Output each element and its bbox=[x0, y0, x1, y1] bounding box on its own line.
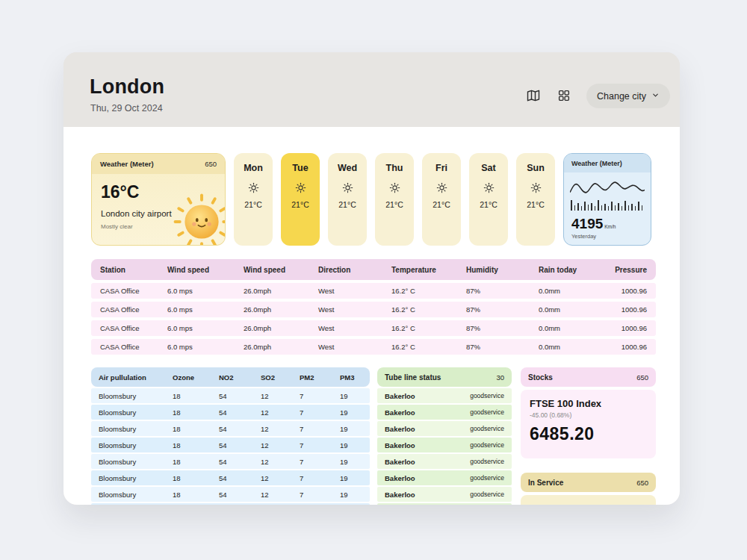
forecast-day-sun[interactable]: Sun21°C bbox=[516, 153, 555, 246]
tick-mark bbox=[628, 205, 630, 211]
station-col-header: Humidity bbox=[466, 266, 539, 274]
card-header: London Thu, 29 Oct 2024 bbox=[63, 52, 680, 127]
air-row: Bloomsbury185412719 bbox=[91, 503, 370, 505]
tube-row: Bakerloogoodservice bbox=[377, 421, 512, 436]
tube-line-name: Bakerloo bbox=[385, 491, 415, 499]
station-col-header: Station bbox=[100, 266, 167, 274]
tube-line-status: goodservice bbox=[470, 441, 504, 449]
tick-mark bbox=[571, 200, 572, 211]
tube-row: Bakerloogoodservice bbox=[377, 405, 512, 420]
station-row: CASA Office6.0 mps26.0mphWest16.2° C87%0… bbox=[91, 339, 656, 355]
station-row: CASA Office6.0 mps26.0mphWest16.2° C87%0… bbox=[91, 283, 656, 299]
tube-line-name: Bakerloo bbox=[385, 441, 415, 449]
day-name: Fri bbox=[436, 163, 447, 173]
station-cell: 6.0 mps bbox=[167, 287, 244, 295]
air-row: Bloomsbury185412719 bbox=[91, 388, 370, 403]
air-row: Bloomsbury185412719 bbox=[91, 454, 370, 469]
air-cell: 18 bbox=[173, 458, 219, 466]
station-cell: 87% bbox=[466, 343, 539, 351]
station-location: London city airport bbox=[101, 209, 172, 218]
forecast-day-tue[interactable]: Tue21°C bbox=[281, 153, 320, 246]
air-pollution-body: Bloomsbury185412719Bloomsbury185412719Bl… bbox=[91, 388, 370, 505]
air-cell: 54 bbox=[219, 491, 261, 499]
tick-mark bbox=[595, 206, 596, 211]
tick-mark bbox=[604, 204, 606, 211]
in-service-badge: 650 bbox=[636, 479, 648, 487]
current-temperature: 16°C bbox=[101, 182, 139, 202]
station-cell: 16.2° C bbox=[391, 305, 466, 314]
wind-meter-title: Weather (Meter) bbox=[571, 160, 622, 167]
stocks-panel: Stocks 650 FTSE 100 Index -45.00 (0.68%)… bbox=[521, 367, 656, 458]
air-cell: 7 bbox=[300, 491, 340, 499]
forecast-day-thu[interactable]: Thu21°C bbox=[375, 153, 414, 246]
tube-line-name: Bakerloo bbox=[385, 425, 415, 433]
map-button[interactable] bbox=[522, 85, 545, 108]
wind-meter-header: Weather (Meter) bbox=[564, 154, 651, 172]
air-cell: 19 bbox=[340, 474, 362, 482]
day-name: Mon bbox=[244, 163, 263, 173]
change-city-button[interactable]: Change city bbox=[586, 84, 670, 108]
station-table: StationWind speedWind speedDirectionTemp… bbox=[91, 259, 656, 355]
air-cell: 54 bbox=[219, 425, 261, 433]
tick-mark bbox=[611, 202, 613, 211]
grid-icon bbox=[557, 89, 571, 105]
air-cell: 7 bbox=[300, 441, 340, 449]
apps-button[interactable] bbox=[553, 85, 575, 108]
air-cell: 19 bbox=[340, 408, 362, 417]
air-cell: 12 bbox=[261, 392, 300, 400]
tube-line-name: Bakerloo bbox=[385, 392, 415, 400]
air-cell: 7 bbox=[300, 392, 340, 400]
tube-line-name: Bakerloo bbox=[385, 474, 415, 482]
wind-unit: Km/h bbox=[604, 224, 616, 229]
station-cell: 26.0mph bbox=[244, 305, 318, 314]
tick-mark bbox=[598, 200, 599, 211]
station-cell: 87% bbox=[466, 287, 539, 295]
air-col-header: PM2 bbox=[300, 373, 340, 382]
forecast-day-sat[interactable]: Sat21°C bbox=[469, 153, 508, 246]
stocks-header: Stocks 650 bbox=[521, 367, 656, 387]
station-cell: CASA Office bbox=[100, 343, 167, 351]
in-service-header: In Service 650 bbox=[521, 473, 656, 492]
air-cell: 7 bbox=[300, 425, 340, 433]
station-cell: 16.2° C bbox=[391, 287, 466, 295]
day-temp: 21°C bbox=[244, 200, 261, 209]
dashboard-card: London Thu, 29 Oct 2024 bbox=[63, 52, 680, 505]
air-cell: 19 bbox=[340, 425, 362, 433]
tube-line-name: Bakerloo bbox=[385, 408, 415, 417]
day-name: Sat bbox=[481, 163, 495, 173]
air-cell: Bloomsbury bbox=[99, 474, 173, 482]
weather-meter-title: Weather (Meter) bbox=[100, 160, 154, 168]
station-cell: 6.0 mps bbox=[167, 324, 244, 332]
station-cell: West bbox=[318, 343, 391, 351]
station-cell: 0.0mm bbox=[539, 343, 610, 351]
air-cell: Bloomsbury bbox=[99, 441, 173, 449]
tube-status-panel: Tube line status 30 BakerloogoodserviceB… bbox=[377, 367, 512, 505]
station-row: CASA Office6.0 mps26.0mphWest16.2° C87%0… bbox=[91, 320, 656, 336]
forecast-days: Mon21°CTue21°CWed21°CThu21°CFri21°CSat21… bbox=[234, 153, 555, 246]
station-cell: 16.2° C bbox=[391, 343, 466, 351]
air-cell: 12 bbox=[261, 408, 300, 417]
air-row: Bloomsbury185412719 bbox=[91, 421, 370, 436]
forecast-day-fri[interactable]: Fri21°C bbox=[422, 153, 461, 246]
tube-line-status: goodservice bbox=[470, 458, 504, 465]
tube-line-name: Bakerloo bbox=[385, 458, 415, 466]
air-cell: 12 bbox=[261, 441, 300, 449]
forecast-day-wed[interactable]: Wed21°C bbox=[328, 153, 367, 246]
tick-mark bbox=[591, 203, 592, 211]
forecast-day-mon[interactable]: Mon21°C bbox=[234, 153, 273, 246]
tube-line-status: goodservice bbox=[470, 392, 504, 399]
station-cell: CASA Office bbox=[100, 287, 167, 295]
stocks-badge: 650 bbox=[636, 373, 648, 382]
air-pollution-panel: Air pullulation OzoneNO2SO2PM2PM3 Blooms… bbox=[91, 367, 370, 505]
tick-mark bbox=[584, 202, 586, 211]
sun-icon bbox=[342, 181, 353, 193]
day-temp: 21°C bbox=[385, 200, 403, 209]
air-cell: 19 bbox=[340, 392, 362, 400]
day-temp: 21°C bbox=[433, 200, 450, 209]
air-cell: 18 bbox=[173, 474, 219, 482]
station-cell: 0.0mm bbox=[539, 305, 610, 314]
tube-line-status: goodservice bbox=[470, 425, 504, 432]
wind-sparkline bbox=[570, 176, 645, 199]
meter-ticks bbox=[571, 199, 644, 211]
tick-mark bbox=[577, 203, 579, 211]
